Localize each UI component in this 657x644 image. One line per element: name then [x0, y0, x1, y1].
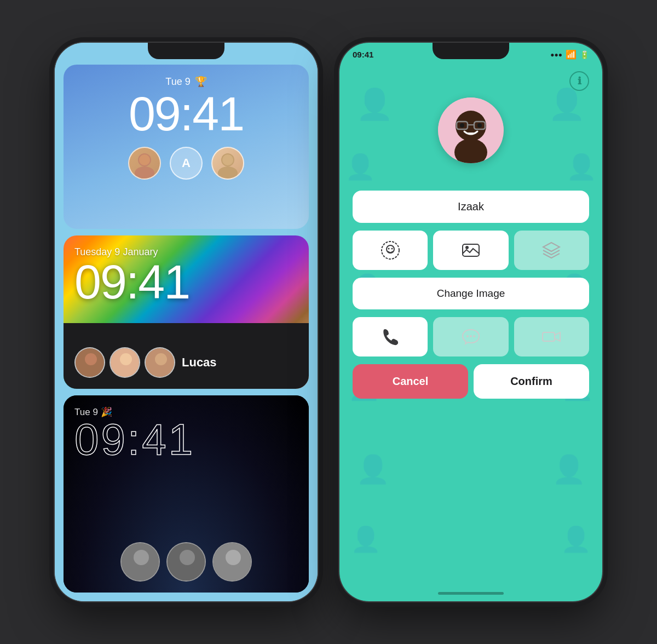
- widget3-avatar2: [166, 542, 206, 582]
- svg-point-4: [222, 154, 233, 165]
- svg-point-16: [134, 550, 149, 565]
- svg-point-32: [382, 242, 399, 259]
- layers-icon: [541, 240, 561, 260]
- left-phone: Tue 9 🏆 09:41 A: [55, 43, 318, 601]
- right-phone: 👤 👤 👤 👤 👤 👤 👤 👤 👤 👤 👤 👤 09:41 ●●● 📶 🔋: [339, 43, 602, 601]
- svg-point-37: [465, 246, 469, 249]
- widget2-avatar2: [110, 347, 140, 378]
- avatar-letter-a: A: [170, 147, 203, 180]
- profile-avatar: [438, 97, 504, 163]
- svg-point-31: [477, 123, 482, 128]
- phone-icon: [381, 327, 400, 347]
- name-field: Izaak: [353, 191, 589, 223]
- photo-button[interactable]: [433, 231, 508, 270]
- signal-icon: ●●●: [550, 51, 562, 59]
- status-icons: ●●● 📶 🔋: [550, 49, 589, 60]
- svg-point-40: [473, 335, 475, 337]
- avatar-3: [211, 147, 244, 180]
- widget3-avatar1: [120, 542, 160, 582]
- widget-dark: Tue 9 🎉 09:41: [64, 395, 309, 593]
- content-area: Izaak: [353, 191, 589, 399]
- change-image-button[interactable]: Change Image: [353, 278, 589, 309]
- video-icon: [541, 327, 561, 347]
- svg-point-10: [120, 353, 132, 365]
- svg-point-35: [391, 248, 393, 250]
- svg-point-5: [218, 166, 238, 179]
- svg-point-33: [387, 245, 394, 253]
- right-screen: 👤 👤 👤 👤 👤 👤 👤 👤 👤 👤 👤 👤 09:41 ●●● 📶 🔋: [339, 43, 602, 601]
- widget2-time: 09:41: [74, 258, 298, 306]
- w2-face-2: [111, 348, 140, 378]
- widget2-bottom-row: Lucas: [74, 347, 298, 378]
- widget2-content: Tuesday 9 January 09:41: [64, 235, 309, 389]
- widget2-avatar1: [74, 347, 105, 378]
- person-face-1: [129, 148, 160, 179]
- widget-blue: Tue 9 🏆 09:41 A: [64, 65, 309, 229]
- svg-point-22: [226, 550, 241, 565]
- svg-point-7: [85, 353, 97, 365]
- action-row: [353, 317, 589, 357]
- face-scan-icon: [381, 240, 400, 260]
- bottom-buttons: Cancel Confirm: [353, 364, 589, 399]
- person-face-3: [212, 148, 243, 179]
- w3-face-2: [168, 543, 206, 582]
- status-time: 09:41: [353, 50, 373, 59]
- svg-point-13: [155, 353, 167, 365]
- profile-avatar-container: [438, 97, 504, 163]
- left-screen: Tue 9 🏆 09:41 A: [55, 43, 318, 601]
- svg-rect-36: [463, 244, 479, 256]
- photo-icon: [461, 240, 481, 260]
- notch-right: [433, 43, 509, 59]
- svg-point-1: [139, 154, 150, 165]
- svg-point-39: [470, 335, 472, 337]
- w3-face-3: [214, 543, 252, 582]
- widget-rainbow: Tuesday 9 January 09:41: [64, 235, 309, 389]
- widget1-avatars: A: [128, 147, 244, 180]
- widget1-date-row: Tue 9 🏆: [165, 76, 206, 88]
- widget1-date: Tue 9: [165, 76, 190, 88]
- icon-row-1: [353, 231, 589, 270]
- profile-face-svg: [438, 97, 504, 163]
- layers-button[interactable]: [514, 231, 589, 270]
- confirm-button[interactable]: Confirm: [474, 364, 589, 399]
- w3-face-1: [122, 543, 160, 582]
- svg-point-19: [180, 550, 195, 565]
- trophy-icon: 🏆: [195, 76, 207, 88]
- widget3-avatars: [74, 542, 298, 582]
- w2-face-3: [146, 348, 175, 378]
- widget3-date: Tue 9 🎉: [74, 406, 298, 418]
- info-button[interactable]: ℹ: [569, 71, 589, 91]
- message-icon: [461, 327, 481, 347]
- widget3-time: 09:41: [74, 418, 298, 462]
- widget1-time: 09:41: [129, 90, 244, 138]
- video-button[interactable]: [514, 317, 589, 357]
- notch-left: [148, 43, 224, 59]
- svg-point-30: [460, 123, 464, 128]
- party-icon: 🎉: [101, 407, 112, 417]
- svg-rect-41: [543, 332, 555, 341]
- cancel-button[interactable]: Cancel: [353, 364, 468, 399]
- widget3-content: Tue 9 🎉 09:41: [64, 395, 309, 593]
- avatar-1: [128, 147, 161, 180]
- widget2-person-name: Lucas: [182, 355, 217, 370]
- widget3-avatar3: [212, 542, 252, 582]
- battery-icon: 🔋: [580, 50, 589, 59]
- phone-button[interactable]: [353, 317, 428, 357]
- svg-point-34: [388, 248, 389, 250]
- svg-point-38: [466, 335, 469, 337]
- svg-point-2: [135, 166, 154, 179]
- message-button[interactable]: [433, 317, 508, 357]
- home-indicator: [438, 592, 504, 595]
- w2-face-1: [76, 348, 105, 378]
- info-icon: ℹ: [578, 75, 581, 87]
- face-scan-button[interactable]: [353, 231, 428, 270]
- wifi-icon: 📶: [566, 49, 577, 60]
- widget2-avatar3: [145, 347, 175, 378]
